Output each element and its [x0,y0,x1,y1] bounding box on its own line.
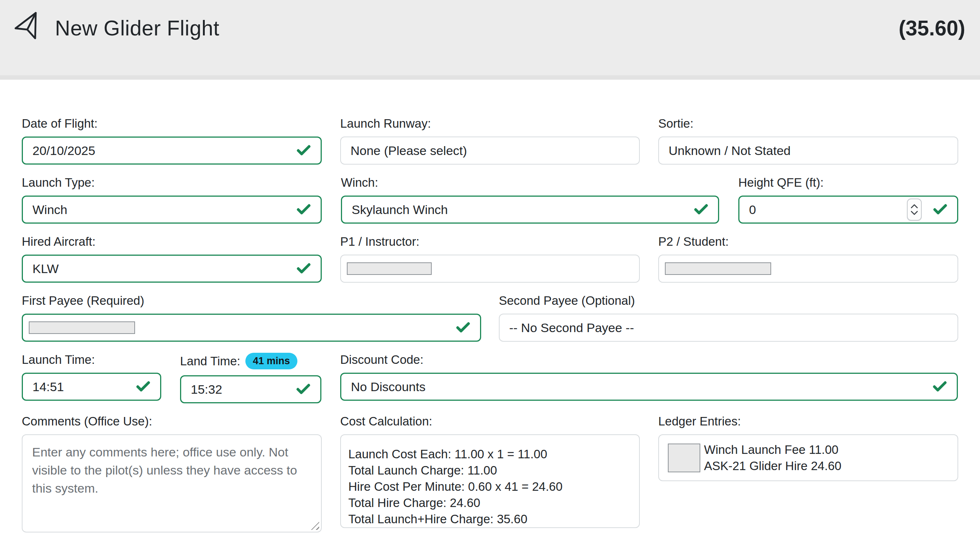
land-time-group: Land Time: 41 mins 15:32 [180,353,321,403]
p1-instructor-group: P1 / Instructor: [340,235,640,283]
height-qfe-label: Height QFE (ft): [738,176,958,189]
winch-label: Winch: [341,176,719,189]
p2-student-select[interactable] [658,255,958,283]
cost-line: Total Launch Charge: 11.00 [348,462,632,479]
flight-form: Date of Flight: 20/10/2025 Launch Runway… [0,80,980,532]
comments-group: Comments (Office Use): [22,414,322,532]
land-time-input[interactable]: 15:32 [180,375,321,403]
date-of-flight-group: Date of Flight: 20/10/2025 [22,116,322,165]
sortie-label: Sortie: [658,116,958,131]
date-of-flight-input[interactable]: 20/10/2025 [22,137,322,165]
valid-check-icon [932,379,948,395]
sortie-group: Sortie: Unknown / Not Stated [658,116,958,165]
ledger-entries-label: Ledger Entries: [658,414,958,428]
cost-line: Total Launch+Hire Charge: 35.60 [348,511,632,527]
valid-check-icon [296,142,312,159]
valid-check-icon [296,202,312,218]
cost-line: Total Hire Charge: 24.60 [348,495,632,511]
redaction-block [668,444,700,472]
winch-select[interactable]: Skylaunch Winch [341,196,719,224]
discount-code-group: Discount Code: No Discounts [340,353,958,403]
height-qfe-input[interactable]: 0 [738,196,958,224]
hired-aircraft-label: Hired Aircraft: [22,235,322,249]
valid-check-icon [295,381,312,397]
ledger-entry: ASK-21 Glider Hire 24.60 [704,458,841,474]
comments-textarea[interactable] [22,435,321,532]
cost-line: Hire Cost Per Minute: 0.60 x 41 = 24.60 [348,479,632,495]
sortie-select[interactable]: Unknown / Not Stated [658,137,958,165]
hired-aircraft-group: Hired Aircraft: KLW [22,235,322,283]
ledger-entries-panel: Winch Launch Fee 11.00 ASK-21 Glider Hir… [658,434,958,481]
second-payee-label: Second Payee (Optional) [499,294,958,308]
comments-box [22,434,322,532]
number-stepper[interactable] [907,199,922,221]
launch-time-input[interactable]: 14:51 [22,373,161,401]
cost-calculation-label: Cost Calculation: [340,414,640,428]
p1-instructor-select[interactable] [340,255,640,283]
page-title: New Glider Flight [55,16,220,40]
first-payee-group: First Payee (Required) [22,294,481,342]
comments-label: Comments (Office Use): [22,414,322,428]
cost-line: Launch Cost Each: 11.00 x 1 = 11.00 [348,446,632,462]
new-glider-flight-page: New Glider Flight (35.60) Date of Flight… [0,0,980,538]
launch-runway-select[interactable]: None (Please select) [340,137,640,165]
launch-time-label: Launch Time: [22,353,161,367]
total-charge: (35.60) [899,16,965,40]
discount-code-select[interactable]: No Discounts [340,373,958,401]
launch-time-group: Launch Time: 14:51 [22,353,161,403]
launch-runway-label: Launch Runway: [340,116,640,131]
redaction-block [29,322,135,334]
cost-calculation-group: Cost Calculation: Launch Cost Each: 11.0… [340,414,640,532]
launch-type-group: Launch Type: Winch [22,176,322,224]
valid-check-icon [693,202,709,218]
second-payee-select[interactable]: -- No Second Payee -- [499,314,958,342]
chevron-down-icon [911,211,918,215]
first-payee-select[interactable] [22,314,481,342]
winch-group: Winch: Skylaunch Winch [341,176,719,224]
ledger-entry: Winch Launch Fee 11.00 [704,442,841,458]
valid-check-icon [455,320,471,336]
launch-type-label: Launch Type: [22,176,322,189]
chevron-up-icon [911,204,918,209]
page-header: New Glider Flight (35.60) [0,0,980,75]
discount-code-label: Discount Code: [340,353,958,367]
date-of-flight-label: Date of Flight: [22,116,322,131]
land-time-label: Land Time: 41 mins [180,353,321,369]
hired-aircraft-select[interactable]: KLW [22,255,322,283]
duration-badge: 41 mins [245,353,298,369]
valid-check-icon [135,379,151,395]
valid-check-icon [296,261,312,277]
p2-student-group: P2 / Student: [658,235,958,283]
height-qfe-group: Height QFE (ft): 0 [738,176,958,224]
ledger-entries-group: Ledger Entries: Winch Launch Fee 11.00 A… [658,414,958,532]
paper-plane-icon [10,10,46,46]
first-payee-label: First Payee (Required) [22,294,481,308]
second-payee-group: Second Payee (Optional) -- No Second Pay… [499,294,958,342]
valid-check-icon [932,202,948,218]
launch-type-select[interactable]: Winch [22,196,322,224]
redaction-block [347,263,432,275]
header-divider [0,75,980,80]
redaction-block [665,263,771,275]
cost-calculation-panel: Launch Cost Each: 11.00 x 1 = 11.00 Tota… [340,434,640,528]
launch-runway-group: Launch Runway: None (Please select) [340,116,640,165]
p2-student-label: P2 / Student: [658,235,958,249]
p1-instructor-label: P1 / Instructor: [340,235,640,249]
